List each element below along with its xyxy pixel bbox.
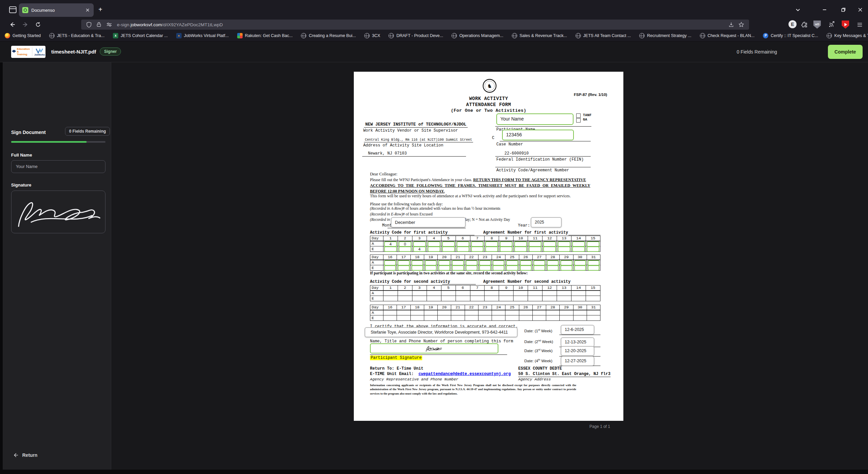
attendance-input-box[interactable]: [520, 265, 532, 271]
attendance-cell[interactable]: [514, 246, 528, 252]
attendance-input-box[interactable]: [493, 265, 504, 271]
attendance-input-box[interactable]: [529, 241, 541, 247]
attendance-cell[interactable]: [573, 265, 587, 271]
attendance-cell[interactable]: [546, 265, 560, 271]
bookmark-item[interactable]: PCertify :: IT Specialist C...: [763, 33, 818, 38]
attendance-input-box[interactable]: [471, 241, 484, 247]
extensions-puzzle-icon[interactable]: [800, 20, 809, 29]
minimize-button[interactable]: [820, 5, 829, 14]
reload-button[interactable]: [34, 20, 42, 29]
bookmark-item[interactable]: 3CX: [364, 33, 380, 38]
bookmark-item[interactable]: Check Request - BLAN...: [700, 33, 755, 38]
attendance-input-box[interactable]: [457, 241, 469, 247]
bookmark-item[interactable]: DRAFT - Product Deve...: [389, 33, 443, 38]
attendance-input-box[interactable]: 0: [399, 241, 411, 247]
attendance-input-box[interactable]: [399, 246, 411, 252]
attendance-input-box[interactable]: [438, 260, 450, 266]
attendance-input-box[interactable]: [479, 265, 491, 271]
attendance-input-box[interactable]: 4: [413, 246, 426, 252]
attendance-cell[interactable]: [485, 241, 499, 246]
browser-tab-documenso[interactable]: Documenso: [19, 3, 94, 17]
tab-close-icon[interactable]: [85, 7, 90, 13]
attendance-cell[interactable]: [532, 260, 546, 265]
tab-list-chevron-icon[interactable]: [794, 5, 802, 14]
attendance-cell[interactable]: [465, 260, 478, 265]
attendance-input-box[interactable]: [452, 260, 464, 266]
attendance-input-box[interactable]: [428, 241, 440, 247]
attendance-input-box[interactable]: [588, 265, 599, 271]
attendance-cell[interactable]: [492, 260, 505, 265]
attendance-input-box[interactable]: [520, 260, 532, 266]
email-link[interactable]: cwepattendance@dedte.essexcountynj.org: [418, 372, 511, 376]
attendance-cell[interactable]: [546, 260, 560, 265]
attendance-cell[interactable]: [542, 241, 557, 246]
attendance-cell[interactable]: [485, 246, 499, 252]
attendance-cell[interactable]: [427, 241, 441, 246]
attendance-input-box[interactable]: [425, 265, 437, 271]
bookmark-item[interactable]: Getting Started: [5, 33, 41, 38]
attendance-cell[interactable]: [438, 260, 451, 265]
attendance-input-box[interactable]: [452, 265, 464, 271]
attendance-cell[interactable]: [499, 246, 514, 252]
attendance-input-box[interactable]: [384, 260, 396, 266]
ublock-origin-icon[interactable]: uO: [813, 20, 822, 29]
attendance-cell[interactable]: [586, 241, 600, 246]
bookmark-item[interactable]: JETS - Education & Tra...: [49, 33, 104, 38]
url-bar[interactable]: e-sign.jobworksvf.com/d/iX92YAZePDoc2MT1…: [81, 20, 749, 30]
menu-hamburger-icon[interactable]: [855, 20, 864, 29]
attendance-cell[interactable]: [441, 241, 456, 246]
permissions-icon[interactable]: [106, 22, 112, 28]
attendance-cell[interactable]: [397, 265, 410, 271]
attendance-input-box[interactable]: [457, 246, 469, 252]
attendance-input-box[interactable]: [442, 246, 455, 252]
bookmark-item[interactable]: Operations Managem...: [452, 33, 503, 38]
attendance-cell[interactable]: [451, 265, 465, 271]
attendance-cell[interactable]: [542, 246, 557, 252]
attendance-cell[interactable]: [478, 265, 492, 271]
attendance-input-box[interactable]: [398, 260, 409, 266]
attendance-cell[interactable]: [528, 241, 542, 246]
attendance-cell[interactable]: [465, 265, 478, 271]
attendance-input-box[interactable]: [533, 260, 545, 266]
attendance-cell[interactable]: 0: [398, 241, 412, 246]
attendance-cell[interactable]: [587, 260, 600, 265]
attendance-input-box[interactable]: [514, 246, 527, 252]
case-number-field[interactable]: 123456: [502, 130, 574, 140]
bookmark-item[interactable]: Recruitment Strategy ...: [639, 33, 691, 38]
extension-e-icon[interactable]: E: [788, 20, 797, 28]
attendance-cell[interactable]: [456, 246, 470, 252]
attendance-input-box[interactable]: [384, 246, 397, 252]
bookmark-item[interactable]: xJETS Cohort Calendar ...: [113, 33, 168, 38]
attendance-cell[interactable]: [438, 265, 451, 271]
attendance-cell[interactable]: [519, 260, 532, 265]
attendance-cell[interactable]: [532, 265, 546, 271]
youtube-shield-icon[interactable]: [841, 20, 850, 29]
attendance-input-box[interactable]: [466, 260, 477, 266]
attendance-cell[interactable]: 4: [383, 241, 398, 246]
attendance-input-box[interactable]: [411, 265, 423, 271]
attendance-input-box[interactable]: [547, 260, 559, 266]
attendance-input-box[interactable]: [543, 241, 556, 247]
lock-icon[interactable]: [96, 22, 102, 28]
attendance-cell[interactable]: [427, 246, 441, 252]
attendance-cell[interactable]: [505, 265, 519, 271]
attendance-input-box[interactable]: [485, 241, 498, 247]
attendance-cell[interactable]: [505, 260, 519, 265]
participant-name-field[interactable]: Your Name: [496, 113, 574, 125]
attendance-cell[interactable]: [586, 246, 600, 252]
bookmark-star-icon[interactable]: [738, 22, 744, 28]
attendance-input-box[interactable]: [560, 265, 572, 271]
attendance-cell[interactable]: [451, 260, 465, 265]
attendance-input-box[interactable]: 4: [384, 241, 397, 247]
attendance-cell[interactable]: [557, 246, 571, 252]
attendance-input-box[interactable]: [514, 241, 527, 247]
bookmark-item[interactable]: Sales & Revenue Track...: [512, 33, 567, 38]
attendance-cell[interactable]: [383, 265, 397, 271]
complete-button[interactable]: Complete: [828, 45, 863, 59]
attendance-input-box[interactable]: [485, 246, 498, 252]
attendance-cell[interactable]: [573, 260, 587, 265]
attendance-input-box[interactable]: [547, 265, 559, 271]
attendance-input-box[interactable]: [506, 260, 518, 266]
attendance-input-box[interactable]: [442, 241, 455, 247]
attendance-cell[interactable]: [514, 241, 528, 246]
